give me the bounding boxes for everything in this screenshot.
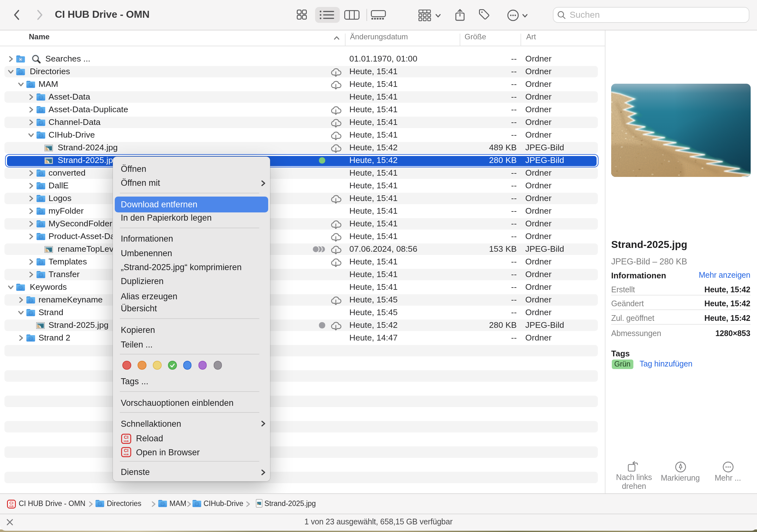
svg-text:CI: CI [124, 434, 128, 439]
svg-text:HUB: HUB [9, 505, 14, 507]
svg-text:CI: CI [124, 448, 128, 454]
svg-text:CI: CI [10, 500, 14, 505]
svg-text:HUB: HUB [123, 453, 128, 456]
svg-text:HUB: HUB [123, 439, 128, 442]
